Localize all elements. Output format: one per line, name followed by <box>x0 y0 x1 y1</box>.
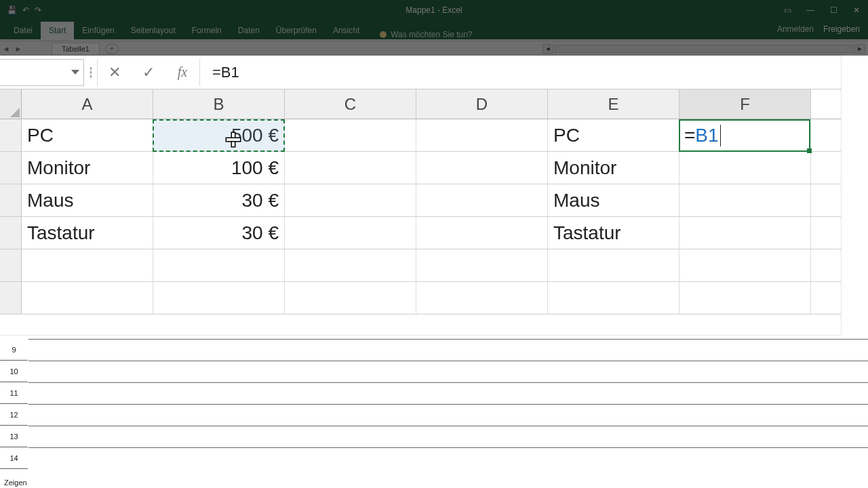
cell-F3[interactable] <box>679 184 811 216</box>
row-header[interactable]: 9 <box>0 339 28 361</box>
tab-insert[interactable]: Einfügen <box>74 22 122 39</box>
formula-reference: B1 <box>695 125 718 146</box>
cell-A1[interactable]: PC <box>22 119 153 151</box>
cell-D4[interactable] <box>416 217 548 249</box>
tab-pagelayout[interactable]: Seitenlayout <box>123 22 184 39</box>
cell-D2[interactable] <box>416 152 548 184</box>
cell-B1[interactable]: 500 € <box>153 119 285 151</box>
redo-icon[interactable]: ↷ <box>35 5 41 15</box>
enter-button[interactable]: ✓ <box>132 59 165 86</box>
sheet-nav-next-icon[interactable]: ► <box>12 45 24 53</box>
cell-E1[interactable]: PC <box>548 119 679 151</box>
tab-formulas[interactable]: Formeln <box>184 22 230 39</box>
tell-me-placeholder: Was möchten Sie tun? <box>391 30 472 39</box>
sheet-tab[interactable]: Tabelle1 <box>52 43 100 54</box>
cell-A6[interactable] <box>22 282 153 314</box>
cell-E6[interactable] <box>548 282 679 314</box>
bulb-icon <box>380 31 387 38</box>
cell-C3[interactable] <box>285 184 416 216</box>
tab-file[interactable]: Datei <box>5 22 41 39</box>
ribbon-options-icon[interactable]: ▭ <box>776 0 799 20</box>
row-header-1[interactable] <box>0 119 22 151</box>
cell-A4[interactable]: Tastatur <box>22 217 153 249</box>
cell-B2[interactable]: 100 € <box>153 152 285 184</box>
row-header[interactable]: 11 <box>0 382 28 404</box>
add-sheet-button[interactable]: + <box>105 43 119 54</box>
cell-E2[interactable]: Monitor <box>548 152 679 184</box>
cell-B3[interactable]: 30 € <box>153 184 285 216</box>
cell-F4[interactable] <box>679 217 811 249</box>
fill-handle[interactable] <box>807 148 812 153</box>
hscroll-track[interactable] <box>555 45 853 53</box>
row-header-6[interactable] <box>0 282 22 314</box>
share-button[interactable]: Freigeben <box>819 23 864 35</box>
chevron-down-icon[interactable] <box>71 70 79 75</box>
edit-cell-F1[interactable]: =B1 <box>679 119 810 152</box>
cell-C2[interactable] <box>285 152 416 184</box>
row-header-4[interactable] <box>0 217 22 249</box>
insert-function-button[interactable]: fx <box>165 59 199 86</box>
tell-me-search[interactable]: Was möchten Sie tun? <box>368 30 472 39</box>
row-header-3[interactable] <box>0 184 22 216</box>
formula-input[interactable]: =B1 <box>199 59 841 86</box>
row-header[interactable]: 13 <box>0 426 28 447</box>
window-title: Mappe1 - Excel <box>406 5 462 15</box>
cell-A2[interactable]: Monitor <box>22 152 153 184</box>
cell-F2[interactable] <box>679 152 811 184</box>
select-all-corner[interactable] <box>0 89 22 119</box>
cell-D5[interactable] <box>416 249 548 281</box>
tab-view[interactable]: Ansicht <box>325 22 368 39</box>
cell-C5[interactable] <box>285 249 416 281</box>
formula-bar: ✕ ✓ fx =B1 <box>0 56 841 89</box>
cell-D6[interactable] <box>416 282 548 314</box>
sheet-nav-prev-icon[interactable]: ◄ <box>0 45 12 53</box>
cell-C4[interactable] <box>285 217 416 249</box>
row-header-2[interactable] <box>0 152 22 184</box>
cell-D3[interactable] <box>416 184 548 216</box>
col-header-A[interactable]: A <box>22 89 153 119</box>
text-caret <box>720 125 721 146</box>
tab-data[interactable]: Daten <box>230 22 268 39</box>
cell-F6[interactable] <box>679 282 811 314</box>
hscroll-right-icon[interactable]: ► <box>854 44 865 54</box>
cell-B6[interactable] <box>153 282 285 314</box>
status-mode: Zeigen <box>4 479 27 487</box>
hscroll-left-icon[interactable]: ◄ <box>542 44 553 54</box>
sheet-tabs: ◄ ► Tabelle1 + ◄ ► <box>0 41 868 56</box>
formula-bar-separator <box>84 59 98 86</box>
cell-C6[interactable] <box>285 282 416 314</box>
signin-link[interactable]: Anmelden <box>777 24 814 34</box>
tab-review[interactable]: Überprüfen <box>268 22 325 39</box>
col-header-D[interactable]: D <box>416 89 548 119</box>
undo-icon[interactable]: ↶ <box>22 5 29 15</box>
formula-prefix: = <box>684 125 695 146</box>
maximize-icon[interactable]: ☐ <box>822 0 845 20</box>
cell-A5[interactable] <box>22 249 153 281</box>
title-bar: 💾 ↶ ↷ Mappe1 - Excel ▭ — ☐ ✕ <box>0 0 868 20</box>
cell-A3[interactable]: Maus <box>22 184 153 216</box>
col-header-F[interactable]: F <box>679 89 811 119</box>
cell-B5[interactable] <box>153 249 285 281</box>
minimize-icon[interactable]: — <box>799 0 822 20</box>
col-header-C[interactable]: C <box>285 89 416 119</box>
worksheet-grid[interactable]: A B C D E F PC 500 € PC Monitor 100 € <box>0 89 841 335</box>
cell-B4[interactable]: 30 € <box>153 217 285 249</box>
cell-E4[interactable]: Tastatur <box>548 217 679 249</box>
cell-D1[interactable] <box>416 119 548 151</box>
cell-C1[interactable] <box>285 119 416 151</box>
save-icon[interactable]: 💾 <box>7 5 17 15</box>
cell-E5[interactable] <box>548 249 679 281</box>
cell-E3[interactable]: Maus <box>548 184 679 216</box>
row-header[interactable]: 10 <box>0 361 28 382</box>
row-header[interactable]: 14 <box>0 447 28 469</box>
ribbon-tabs: Datei Start Einfügen Seitenlayout Formel… <box>0 20 868 39</box>
close-icon[interactable]: ✕ <box>845 0 868 20</box>
row-header-5[interactable] <box>0 249 22 281</box>
tab-home[interactable]: Start <box>41 22 74 39</box>
name-box[interactable] <box>0 59 84 86</box>
cancel-button[interactable]: ✕ <box>98 59 132 86</box>
col-header-E[interactable]: E <box>548 89 679 119</box>
row-header[interactable]: 12 <box>0 404 28 426</box>
col-header-B[interactable]: B <box>153 89 285 119</box>
cell-F5[interactable] <box>679 249 811 281</box>
